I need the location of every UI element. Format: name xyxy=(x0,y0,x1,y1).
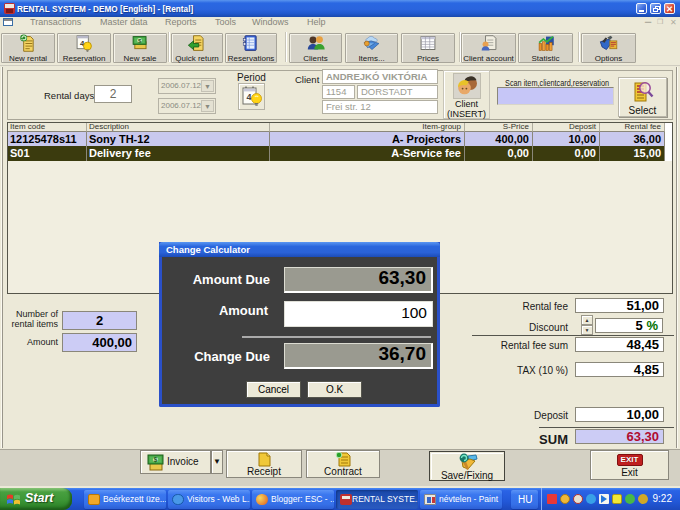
svg-text:4: 4 xyxy=(246,92,251,102)
svg-text:$: $ xyxy=(154,456,158,464)
